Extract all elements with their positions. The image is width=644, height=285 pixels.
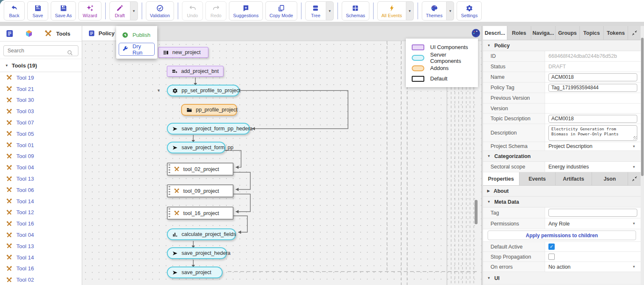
tab-topics[interactable]: Topics [580, 26, 604, 40]
right-panel-scrollbar[interactable] [641, 26, 644, 285]
collapse-children-icon[interactable]: ▼ [157, 88, 161, 93]
field-value [545, 72, 641, 82]
tab-tokens[interactable]: Tokens [604, 26, 628, 40]
collapse-panel-button[interactable] [628, 172, 641, 185]
save-as-button-label: Save As [55, 13, 72, 18]
back-button[interactable]: Back [4, 1, 25, 21]
sidebar-tab-tools[interactable]: Tools [39, 26, 76, 41]
draft-dropdown-toggle[interactable]: ▼ [130, 1, 138, 21]
canvas-node-pp_profile_project[interactable]: pp_profile_project [181, 104, 237, 116]
all-events-dropdown-toggle[interactable]: ▼ [406, 1, 414, 21]
tools-icon [174, 210, 180, 216]
sidebar-item-tool[interactable]: Tool 02 [0, 274, 82, 285]
checkbox-unchecked[interactable] [548, 254, 555, 260]
description-textarea[interactable]: Electricity Generation from Biomass in P… [548, 125, 637, 141]
canvas-node-calculate_project_fields[interactable]: calculate_project_fields [167, 228, 236, 240]
field-input[interactable] [548, 115, 637, 123]
sidebar-item-tool[interactable]: Tool 05 [0, 128, 82, 140]
field-label: Tag [483, 207, 545, 218]
field-select[interactable]: Energy industries▼ [548, 164, 637, 170]
field-select[interactable]: No action▼ [548, 264, 637, 270]
canvas-node-save_project_form_pp_hedera[interactable]: save_project_form_pp_hedera [167, 123, 250, 135]
field-select[interactable]: Any Role▼ [548, 221, 637, 227]
field-input[interactable] [548, 209, 637, 217]
sidebar-item-tool[interactable]: Tool 19 [0, 72, 82, 83]
canvas-node-add_project_bnt[interactable]: add_project_bnt [167, 66, 223, 77]
canvas-scrollbar[interactable] [475, 200, 478, 224]
sidebar-item-tool[interactable]: Tool 16 [0, 218, 82, 229]
draft-button[interactable]: Draft [109, 1, 130, 21]
sidebar-item-tool[interactable]: Tool 14 [0, 196, 82, 207]
sidebar-item-tool[interactable]: Tool 14 [0, 252, 82, 263]
tools-icon [6, 232, 13, 238]
collapse-panel-button[interactable] [628, 26, 641, 40]
sidebar-item-tool[interactable]: Tool 16 [0, 263, 82, 275]
field-input[interactable] [548, 73, 637, 81]
sidebar-item-tool[interactable]: Tool 13 [0, 173, 82, 184]
tab-json[interactable]: Json [592, 172, 628, 185]
wizard-button[interactable]: Wizard [78, 1, 101, 21]
scrollbar-thumb[interactable] [641, 38, 644, 176]
field-select[interactable]: Project Description▼ [548, 143, 637, 149]
tab-artifacts[interactable]: Artifacts [556, 172, 592, 185]
tree-dropdown-toggle[interactable]: ▼ [326, 1, 334, 21]
suggestions-button[interactable]: Suggestions [229, 1, 263, 21]
validation-button[interactable]: Validation [146, 1, 174, 21]
checkbox-checked[interactable]: ✓ [548, 244, 555, 250]
sidebar-item-tool[interactable]: Tool 13 [0, 241, 82, 252]
sidebar-item-tool[interactable]: Tool 09 [0, 151, 82, 162]
section-ui[interactable]: ▼UI [483, 272, 641, 285]
sidebar-item-tool[interactable]: Tool 04 [0, 229, 82, 241]
tab-events[interactable]: Events [519, 172, 556, 185]
tab-roles[interactable]: Roles [507, 26, 532, 40]
settings-button[interactable]: Settings [457, 1, 482, 21]
themes-button[interactable]: Themes [422, 1, 447, 21]
section-about[interactable]: ▶About [483, 186, 641, 197]
undo-button[interactable]: Undo [182, 1, 203, 21]
canvas-node-tool_02_project[interactable]: tool_02_project [167, 163, 234, 176]
tab-descri[interactable]: Descri... [483, 26, 507, 40]
schemas-button[interactable]: Schemas [342, 1, 369, 21]
copy-mode-button[interactable]: Copy Mode [265, 1, 297, 21]
sidebar-item-tool[interactable]: Tool 03 [0, 106, 82, 117]
themes-dropdown-toggle[interactable]: ▼ [447, 1, 454, 21]
palette-icon[interactable] [471, 28, 480, 38]
tab-properties[interactable]: Properties [483, 172, 519, 185]
canvas-node-pp_set_profile_to_project[interactable]: pp_set_profile_to_project [167, 85, 239, 96]
sidebar-item-tool[interactable]: Tool 06 [0, 184, 82, 196]
tools-section-header[interactable]: ▼ Tools (19) [0, 59, 82, 72]
sidebar-item-tool[interactable]: Tool 04 [0, 162, 82, 173]
node-label: add_project_bnt [181, 68, 219, 74]
section-policy[interactable]: ▼Policy [483, 40, 641, 51]
section-categorization[interactable]: ▼Categorization [483, 151, 641, 162]
sidebar-item-tool[interactable]: Tool 12 [0, 207, 82, 218]
sidebar-tab-modules[interactable] [19, 26, 39, 41]
canvas-node-save_project_form_pp[interactable]: save_project_form_pp [167, 142, 226, 153]
save-as-button[interactable]: Save As [51, 1, 76, 21]
tree-button[interactable]: Tree [305, 1, 326, 21]
sidebar-item-tool[interactable]: Tool 30 [0, 95, 82, 106]
button-icon [171, 68, 178, 75]
canvas-node-new_project[interactable]: new_project [158, 47, 208, 58]
canvas-node-tool_09_project[interactable]: tool_09_project [167, 184, 234, 197]
tab-naviga[interactable]: Naviga... [531, 26, 556, 40]
canvas-node-save_project_hedera[interactable]: save_project_hedera [167, 247, 227, 259]
sidebar-tab-policies[interactable] [0, 26, 19, 41]
tab-policy[interactable]: Policy [82, 26, 121, 41]
field-row-id: ID668468f424dba0244b76d52b [483, 51, 641, 62]
canvas-node-tool_16_project[interactable]: tool_16_project [167, 207, 234, 220]
apply-permissions-button[interactable]: Apply permissions to children [488, 231, 636, 240]
menu-item-dry-run[interactable]: Dry Run [119, 43, 155, 56]
menu-item-publish[interactable]: Publish [119, 29, 155, 41]
sidebar-item-tool[interactable]: Tool 01 [0, 140, 82, 151]
canvas-node-save_project[interactable]: save_project [167, 267, 223, 278]
sidebar-item-tool[interactable]: Tool 21 [0, 83, 82, 95]
all-events-button[interactable]: All Events [377, 1, 406, 21]
section-meta-data[interactable]: ▼Meta Data [483, 197, 641, 207]
save-button[interactable]: Save [27, 1, 48, 21]
sidebar-item-tool[interactable]: Tool 07 [0, 117, 82, 128]
sidebar-tabs: Tools [0, 26, 82, 41]
tab-groups[interactable]: Groups [556, 26, 580, 40]
field-input[interactable] [548, 84, 637, 92]
redo-button[interactable]: Redo [205, 1, 226, 21]
